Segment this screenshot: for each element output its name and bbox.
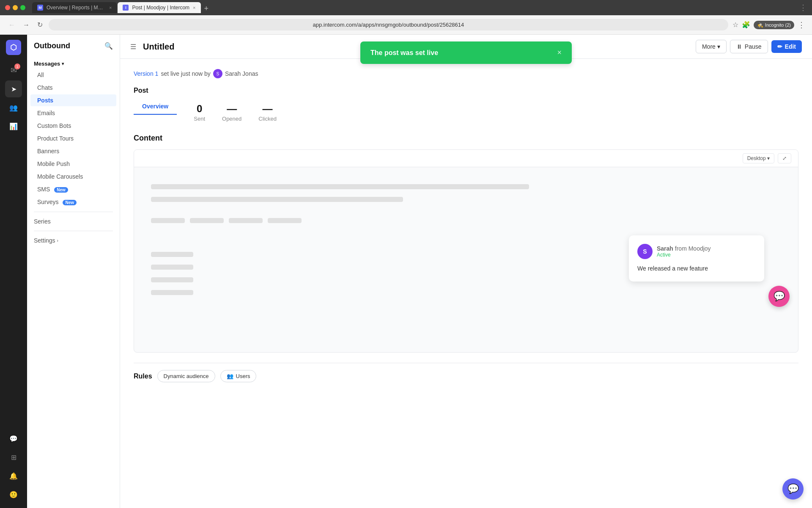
skeleton-bar-3	[229, 218, 263, 223]
skeleton-line-2	[151, 197, 403, 202]
more-button[interactable]: More ▾	[696, 40, 727, 53]
sidebar-divider	[34, 212, 113, 212]
tab-close-1[interactable]: ×	[109, 5, 112, 10]
global-chat-button[interactable]: 💬	[782, 478, 804, 500]
chat-bubble-icon: 💬	[774, 291, 785, 302]
sidebar-item-emails[interactable]: Emails	[30, 107, 116, 119]
global-chat-icon: 💬	[787, 483, 799, 494]
browser-menu-icon[interactable]: ⋮	[799, 3, 807, 12]
reload-button[interactable]: ↻	[36, 19, 44, 30]
stat-opened-label: Opened	[222, 116, 241, 122]
tab-post-intercom[interactable]: I Post | Moodjoy | Intercom ×	[118, 2, 200, 13]
preview-chat-bubble[interactable]: 💬	[768, 286, 790, 307]
users-button[interactable]: 👥 Users	[220, 370, 257, 382]
tab-favicon-1: M	[37, 5, 43, 11]
sms-new-badge: New	[54, 187, 68, 193]
sidebar-item-posts[interactable]: Posts	[30, 94, 116, 106]
sidebar-item-custom-bots[interactable]: Custom Bots	[30, 120, 116, 132]
main-content: ☰ Untitled More ▾ ⏸ Pause ✏ Edit The pos…	[120, 35, 812, 508]
nav-inbox-icon[interactable]: ✉ 1	[5, 62, 22, 79]
message-status: Active	[657, 252, 711, 258]
sidebar-item-all[interactable]: All	[30, 69, 116, 81]
sidebar-divider-2	[34, 231, 113, 231]
tab-close-2[interactable]: ×	[193, 5, 195, 10]
nav-notifications-icon[interactable]: 🔔	[5, 467, 22, 484]
window-controls[interactable]	[5, 5, 25, 10]
more-chevron-icon: ▾	[717, 43, 720, 50]
sidebar-item-sms[interactable]: SMS New	[30, 183, 116, 195]
content-section-header: Content	[134, 134, 798, 143]
stat-clicked-value: —	[258, 103, 277, 115]
nav-apps-icon[interactable]: ⊞	[5, 449, 22, 466]
version-link[interactable]: Version 1	[134, 70, 158, 77]
far-left-nav: ⬡ ✉ 1 ➤ 👥 📊 💬 ⊞ 🔔 🙂	[0, 35, 27, 508]
sidebar-item-banners[interactable]: Banners	[30, 145, 116, 157]
forward-button[interactable]: →	[21, 19, 31, 30]
maximize-window-btn[interactable]	[20, 5, 25, 10]
toast-close-button[interactable]: ×	[557, 48, 562, 57]
sidebar-item-mobile-push[interactable]: Mobile Push	[30, 158, 116, 170]
post-preview-container: Desktop ▾ ⤢	[134, 149, 798, 353]
back-button[interactable]: ←	[7, 19, 17, 30]
skeleton-line-1	[151, 184, 529, 189]
top-bar-actions: More ▾ ⏸ Pause ✏ Edit	[696, 40, 802, 53]
nav-chat-icon[interactable]: 💬	[5, 430, 22, 447]
nav-profile-icon[interactable]: 🙂	[5, 486, 22, 503]
dynamic-audience-button[interactable]: Dynamic audience	[157, 370, 215, 382]
sidebar-series-label[interactable]: Series	[27, 215, 120, 227]
users-icon: 👥	[227, 373, 233, 379]
toast-notification: The post was set live ×	[360, 41, 572, 64]
message-sender-name: Sarah from Moodjoy	[657, 245, 711, 252]
browser-options-icon[interactable]: ⋮	[798, 20, 805, 30]
sidebar-search-icon[interactable]: 🔍	[104, 42, 113, 50]
minimize-window-btn[interactable]	[13, 5, 18, 10]
nav-contacts-icon[interactable]: 👥	[5, 99, 22, 116]
sidebar-item-mobile-carousels[interactable]: Mobile Carousels	[30, 171, 116, 182]
sidebar-title: Outbound	[34, 41, 70, 50]
skeleton-bottom-4	[151, 290, 193, 295]
tab-title-1: Overview | Reports | Moodjoy	[47, 5, 106, 11]
skeleton-top	[151, 184, 781, 205]
version-author-avatar: S	[213, 69, 222, 78]
browser-toolbar: ☆ 🧩 🕵 Incognito (2) ⋮	[732, 20, 805, 30]
inbox-badge: 1	[14, 64, 20, 69]
tab-overview[interactable]: Overview	[134, 99, 177, 115]
edit-button[interactable]: ✏ Edit	[771, 40, 802, 53]
menu-icon[interactable]: ☰	[130, 43, 136, 51]
post-tab-label: Post	[134, 87, 177, 94]
stat-sent: 0 Sent	[194, 103, 205, 122]
sidebar-settings-label[interactable]: Settings ›	[27, 235, 120, 246]
version-suffix: set live just now by	[161, 70, 211, 77]
content-area: Version 1 set live just now by S Sarah J…	[120, 59, 812, 508]
browser-chrome: M Overview | Reports | Moodjoy × I Post …	[0, 0, 812, 15]
surveys-new-badge: New	[63, 200, 77, 205]
extensions-icon[interactable]: 🧩	[742, 21, 750, 29]
stat-clicked-label: Clicked	[258, 116, 277, 122]
tab-favicon-2: I	[123, 5, 129, 11]
stat-sent-value: 0	[194, 103, 205, 115]
preview-fullscreen-button[interactable]: ⤢	[778, 153, 791, 163]
sidebar-item-chats[interactable]: Chats	[30, 82, 116, 94]
preview-mode-button[interactable]: Desktop ▾	[743, 153, 774, 163]
address-input[interactable]	[49, 19, 728, 30]
close-window-btn[interactable]	[5, 5, 10, 10]
skeleton-bottom-2	[151, 265, 193, 270]
rules-label: Rules	[134, 373, 152, 380]
sidebar-messages-label[interactable]: Messages ▾	[27, 57, 120, 69]
browser-tabs: M Overview | Reports | Moodjoy × I Post …	[32, 2, 796, 13]
sidebar: Outbound 🔍 Messages ▾ All Chats Posts Em…	[27, 35, 120, 508]
sidebar-item-product-tours[interactable]: Product Tours	[30, 133, 116, 144]
new-tab-button[interactable]: +	[202, 4, 211, 13]
sidebar-item-surveys[interactable]: Surveys New	[30, 196, 116, 208]
edit-icon: ✏	[777, 43, 782, 50]
messages-chevron-icon: ▾	[62, 61, 64, 66]
nav-reports-icon[interactable]: 📊	[5, 118, 22, 135]
settings-chevron-icon: ›	[57, 238, 58, 243]
tab-overview-reports[interactable]: M Overview | Reports | Moodjoy ×	[32, 2, 117, 13]
version-line: Version 1 set live just now by S Sarah J…	[134, 69, 798, 78]
nav-outbound-icon[interactable]: ➤	[5, 80, 22, 97]
pause-button[interactable]: ⏸ Pause	[730, 40, 768, 53]
toast-message: The post was set live	[370, 49, 438, 57]
bookmark-icon[interactable]: ☆	[732, 21, 738, 29]
app-logo[interactable]: ⬡	[6, 40, 21, 55]
